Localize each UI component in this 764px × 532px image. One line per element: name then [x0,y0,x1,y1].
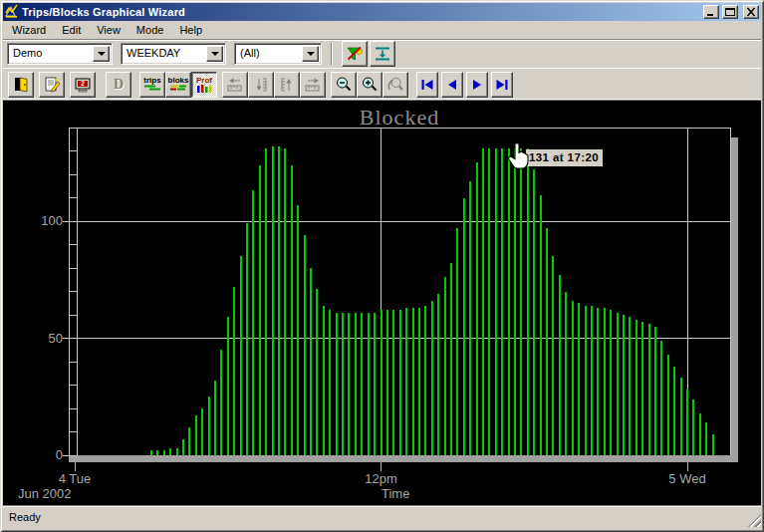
app-window: Trips/Blocks Graphical Wizard Wizard Edi… [0,0,764,532]
filter-toolbar: Demo WEEKDAY (All) [3,40,761,69]
zoom-out-button[interactable] [331,72,357,98]
status-bar: Ready [3,507,761,527]
filter-button[interactable] [342,41,368,67]
shift-right-button[interactable] [300,72,326,98]
route-filter-combobox[interactable]: (All) [234,43,322,65]
x-tick-label: 5 Wed [657,471,717,486]
date-label: Jun 2002 [18,486,72,501]
screen-2-icon: 2 [74,76,92,94]
next-record-icon [468,76,486,94]
resize-grip[interactable] [748,514,761,527]
minimize-button[interactable] [703,5,719,19]
window-title: Trips/Blocks Graphical Wizard [22,6,700,18]
dataset-combobox[interactable]: Demo [7,43,113,65]
shift-up-button[interactable] [274,72,300,98]
shift-down-icon [252,76,270,94]
x-axis-label: Time [382,486,409,501]
zoom-out-icon [335,76,353,94]
menu-edit[interactable]: Edit [54,22,89,39]
blocked-profile-plot[interactable] [3,101,761,505]
day-type-combobox[interactable]: WEEKDAY [121,43,226,65]
zoom-in-icon [361,76,379,94]
toolbar-separator [331,43,333,65]
chevron-down-icon[interactable] [302,46,319,62]
x-tick-label: 12pm [352,471,411,486]
last-record-icon [493,76,511,94]
trips-label: trips [143,77,160,85]
status-text: Ready [9,511,41,523]
app-icon [5,4,19,20]
close-icon [745,7,757,17]
trips-view-button[interactable]: trips [139,72,165,98]
route-filter-value: (All) [235,44,300,64]
y-tick-label: 100 [17,213,63,229]
menu-mode[interactable]: Mode [128,22,172,39]
trips-icon [143,85,161,92]
chevron-down-icon[interactable] [93,46,110,62]
exit-button[interactable] [8,72,34,98]
menu-help[interactable]: Help [171,22,210,39]
blocks-icon [169,85,187,92]
nav-last-button[interactable] [491,72,513,98]
first-record-icon [418,76,436,94]
dataset-value: Demo [8,44,91,64]
minimize-icon [705,7,717,17]
properties-icon [43,76,61,94]
hand-cursor-icon [507,142,531,170]
shift-up-icon [278,76,296,94]
collapse-button[interactable] [370,41,395,67]
screen-2-button[interactable]: 2 [70,72,96,98]
exit-icon [12,76,30,94]
chart-title: Blocked [69,105,730,131]
chart-tooltip: 131 at 17:20 [526,149,603,166]
nav-next-button[interactable] [466,72,488,98]
x-tick-label: 4 Tue [45,471,105,486]
d-mode-icon: D [114,77,124,93]
profile-label: Prof [196,77,212,85]
zoom-back-button[interactable] [382,72,408,98]
chart-canvas[interactable]: Blocked Time Jun 2002 131 at 17:20 4 Tue… [3,101,761,505]
main-toolbar: 2 D trips bloks Prof [3,69,761,101]
y-tick-label: 50 [17,331,63,347]
shift-right-icon [304,76,322,94]
zoom-in-button[interactable] [357,72,382,98]
shift-down-button[interactable] [248,72,274,98]
menu-view[interactable]: View [89,22,128,39]
maximize-button[interactable] [722,5,738,19]
y-tick-label: 0 [17,447,63,463]
menu-wizard[interactable]: Wizard [4,22,54,39]
blocks-label: bloks [168,77,189,85]
nav-previous-button[interactable] [441,72,463,98]
previous-record-icon [443,76,461,94]
shift-left-icon [226,76,244,94]
day-type-value: WEEKDAY [122,44,204,64]
close-button[interactable] [743,5,759,19]
profile-view-button[interactable]: Prof [191,72,217,98]
blocks-view-button[interactable]: bloks [165,72,191,98]
nav-first-button[interactable] [416,72,438,98]
properties-button[interactable] [39,72,65,98]
profile-icon [195,85,213,93]
filter-icon [346,45,364,63]
shift-left-button[interactable] [222,72,248,98]
zoom-back-icon [386,76,404,94]
d-mode-button[interactable]: D [106,72,131,98]
maximize-icon [724,7,736,17]
collapse-icon [374,45,391,63]
menu-bar: Wizard Edit View Mode Help [3,21,761,40]
chevron-down-icon[interactable] [206,46,223,62]
svg-text:2: 2 [81,80,85,87]
title-bar[interactable]: Trips/Blocks Graphical Wizard [3,3,761,21]
